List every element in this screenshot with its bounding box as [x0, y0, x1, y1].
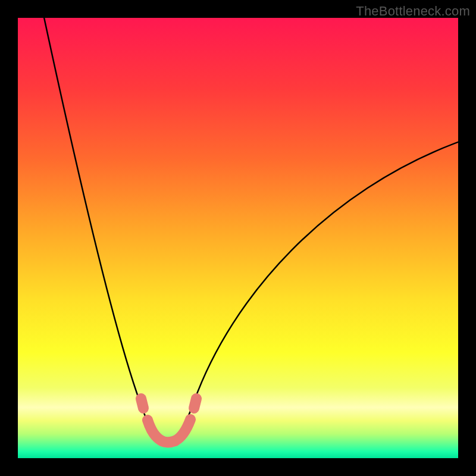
bottom-salmon-overlay — [194, 399, 196, 408]
bottom-salmon-overlay — [141, 399, 143, 408]
chart-curves — [18, 18, 458, 458]
curve-right — [167, 142, 458, 443]
chart-frame — [18, 18, 458, 458]
bottom-salmon-overlay — [175, 419, 190, 441]
watermark-text: TheBottleneck.com — [356, 4, 470, 19]
curve-left — [43, 18, 167, 443]
